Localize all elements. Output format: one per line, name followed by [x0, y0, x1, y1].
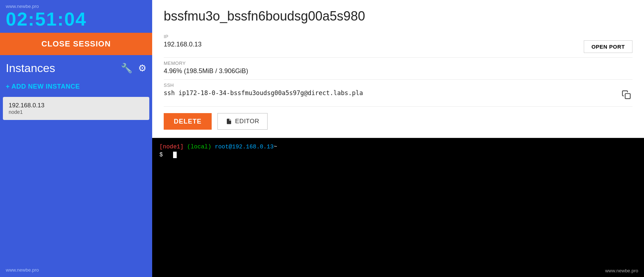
ip-value: 192.168.0.13: [164, 41, 575, 48]
instance-name: node1: [9, 109, 144, 115]
ssh-label: SSH: [164, 82, 616, 88]
memory-label: Memory: [164, 61, 632, 66]
instance-ip: 192.168.0.13: [9, 102, 144, 109]
terminal-node: [node1]: [159, 144, 184, 150]
terminal-local: (local): [187, 144, 211, 150]
copy-icon-button[interactable]: [620, 90, 632, 102]
instance-title: bssfmu3o_bssfn6boudsg00a5s980: [164, 9, 632, 24]
terminal[interactable]: [node1] (local) root@192.168.0.13 ~ $: [152, 138, 644, 277]
instances-header: Instances 🔧 ⚙: [0, 55, 152, 79]
sidebar-header: www.newbe.pro 02:51:04: [0, 0, 152, 32]
editor-label: EDITOR: [235, 118, 259, 125]
memory-value: 4.96% (198.5MiB / 3.906GiB): [164, 67, 632, 75]
ssh-value: ssh ip172-18-0-34-bssfmu3oudsg00a5s97g@d…: [164, 89, 616, 97]
instance-list: 192.168.0.13 node1: [0, 97, 152, 121]
action-buttons: DELETE EDITOR: [164, 107, 632, 131]
instances-title: Instances: [6, 62, 115, 75]
ip-row: IP 192.168.0.13 OPEN PORT: [164, 31, 632, 58]
terminal-line1: [node1] (local) root@192.168.0.13 ~: [159, 144, 637, 150]
terminal-prompt: $: [159, 152, 163, 158]
editor-button[interactable]: EDITOR: [217, 113, 268, 130]
terminal-host: root@192.168.0.13: [215, 144, 274, 150]
terminal-cursor: [173, 152, 177, 158]
ip-label: IP: [164, 34, 575, 39]
close-session-button[interactable]: CLOSE SESSION: [0, 33, 152, 55]
terminal-prompt-line: $: [159, 152, 637, 158]
gear-icon[interactable]: ⚙: [138, 63, 146, 74]
delete-button[interactable]: DELETE: [164, 113, 212, 130]
instance-detail: bssfmu3o_bssfn6boudsg00a5s980 IP 192.168…: [152, 0, 644, 138]
add-new-instance-button[interactable]: + ADD NEW INSTANCE: [0, 79, 152, 97]
wrench-icon[interactable]: 🔧: [121, 63, 132, 74]
main-footer: www.newbe.pro: [605, 268, 638, 273]
ip-section: IP 192.168.0.13: [164, 34, 575, 48]
open-port-button[interactable]: OPEN PORT: [584, 40, 632, 53]
sidebar-footer: www.newbe.pro: [6, 267, 39, 273]
sidebar: www.newbe.pro 02:51:04 CLOSE SESSION Ins…: [0, 0, 152, 277]
svg-rect-0: [625, 94, 630, 99]
ssh-row: SSH ssh ip172-18-0-34-bssfmu3oudsg00a5s9…: [164, 80, 632, 107]
terminal-tilde: ~: [274, 144, 277, 150]
ssh-section: SSH ssh ip172-18-0-34-bssfmu3oudsg00a5s9…: [164, 82, 616, 97]
site-url: www.newbe.pro: [6, 4, 39, 9]
main-panel: bssfmu3o_bssfn6boudsg00a5s980 IP 192.168…: [152, 0, 644, 277]
instance-item[interactable]: 192.168.0.13 node1: [3, 97, 149, 120]
memory-row: Memory 4.96% (198.5MiB / 3.906GiB): [164, 58, 632, 80]
clock-display: 02:51:04: [6, 10, 87, 28]
